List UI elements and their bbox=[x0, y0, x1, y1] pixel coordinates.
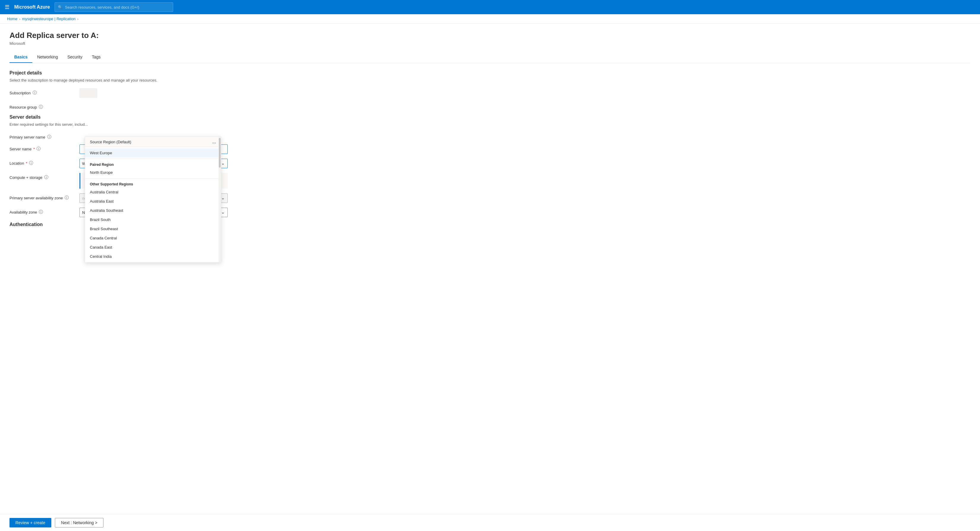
dropdown-item-canada-east[interactable]: Canada East bbox=[85, 242, 221, 252]
dropdown-header: Source Region (Default) ... bbox=[85, 137, 221, 147]
dropdown-item-brazil-south[interactable]: Brazil South bbox=[85, 215, 221, 224]
primary-zone-info-icon[interactable]: ⓘ bbox=[65, 195, 69, 201]
server-details-desc: Enter required settings for this server,… bbox=[10, 122, 970, 127]
dropdown-item-north-europe[interactable]: North Europe bbox=[85, 168, 221, 177]
breadcrumb-sep-2: › bbox=[77, 17, 79, 21]
resource-group-row: Resource group ⓘ bbox=[10, 103, 970, 110]
tab-networking[interactable]: Networking bbox=[32, 52, 62, 63]
scroll-track bbox=[218, 137, 221, 262]
dropdown-divider-1 bbox=[85, 159, 221, 159]
server-details-title: Server details bbox=[10, 115, 970, 120]
page-title: Add Replica server to A: bbox=[10, 31, 970, 40]
scroll-thumb[interactable] bbox=[219, 138, 221, 167]
subscription-label: Subscription ⓘ bbox=[10, 88, 75, 96]
dropdown-item-australia-east[interactable]: Australia East bbox=[85, 197, 221, 206]
resource-group-info-icon[interactable]: ⓘ bbox=[39, 104, 43, 110]
subscription-info-icon[interactable]: ⓘ bbox=[33, 90, 37, 96]
page-container: Add Replica server to A: Microsoft Basic… bbox=[0, 24, 980, 530]
search-box: 🔍 bbox=[54, 2, 173, 12]
subscription-row: Subscription ⓘ bbox=[10, 88, 970, 98]
tab-security[interactable]: Security bbox=[62, 52, 87, 63]
next-networking-button[interactable]: Next : Networking > bbox=[55, 518, 104, 528]
dropdown-item-australia-central[interactable]: Australia Central bbox=[85, 188, 221, 197]
primary-zone-label: Primary server availability zone ⓘ bbox=[10, 193, 75, 201]
subscription-placeholder bbox=[80, 88, 97, 98]
project-details-title: Project details bbox=[10, 70, 970, 76]
dropdown-item-australia-southeast[interactable]: Australia Southeast bbox=[85, 206, 221, 215]
dropdown-item-canada-central[interactable]: Canada Central bbox=[85, 233, 221, 242]
primary-server-name-info-icon[interactable]: ⓘ bbox=[47, 134, 51, 140]
breadcrumb-home[interactable]: Home bbox=[7, 17, 18, 21]
dropdown-item-west-europe[interactable]: West Europe bbox=[85, 148, 221, 158]
search-icon: 🔍 bbox=[58, 5, 62, 10]
dropdown-group-paired: Paired Region bbox=[85, 160, 221, 168]
top-nav: ☰ Microsoft Azure 🔍 bbox=[0, 0, 980, 14]
location-dropdown-overlay: Source Region (Default) ... West Europe … bbox=[85, 136, 221, 263]
resource-group-label: Resource group ⓘ bbox=[10, 103, 75, 110]
project-details-desc: Select the subscription to manage deploy… bbox=[10, 78, 970, 83]
primary-server-name-label: Primary server name ⓘ bbox=[10, 132, 75, 140]
subscription-control bbox=[80, 88, 228, 98]
availability-zone-label: Availability zone ⓘ bbox=[10, 208, 75, 215]
dropdown-list: West Europe Paired Region North Europe O… bbox=[85, 147, 221, 262]
tab-tags[interactable]: Tags bbox=[87, 52, 105, 63]
location-info-icon[interactable]: ⓘ bbox=[29, 161, 33, 166]
dropdown-more-icon[interactable]: ... bbox=[212, 139, 216, 145]
server-name-label: Server name * ⓘ bbox=[10, 145, 75, 151]
dropdown-item-brazil-southeast[interactable]: Brazil Southeast bbox=[85, 224, 221, 233]
server-name-info-icon[interactable]: ⓘ bbox=[37, 146, 41, 151]
breadcrumb-parent[interactable]: mysqlrwesteurope | Replication bbox=[22, 17, 75, 21]
dropdown-header-title: Source Region (Default) bbox=[90, 140, 131, 144]
availability-zone-info-icon[interactable]: ⓘ bbox=[39, 209, 43, 215]
tabs: Basics Networking Security Tags bbox=[10, 52, 970, 63]
nav-brand: Microsoft Azure bbox=[14, 5, 50, 10]
hamburger-icon[interactable]: ☰ bbox=[5, 4, 10, 10]
tab-basics[interactable]: Basics bbox=[10, 52, 32, 63]
dropdown-group-other: Other Supported Regions bbox=[85, 180, 221, 188]
breadcrumb: Home › mysqlrwesteurope | Replication › bbox=[0, 14, 980, 24]
search-input[interactable] bbox=[65, 5, 170, 10]
dropdown-item-central-india[interactable]: Central India bbox=[85, 252, 221, 261]
compute-storage-info-icon[interactable]: ⓘ bbox=[44, 175, 48, 180]
review-create-button[interactable]: Review + create bbox=[10, 518, 51, 528]
server-name-required: * bbox=[33, 147, 35, 151]
breadcrumb-sep-1: › bbox=[19, 17, 21, 21]
location-required: * bbox=[26, 161, 27, 166]
page-footer: Review + create Next : Networking > bbox=[0, 514, 980, 531]
dropdown-divider-2 bbox=[85, 178, 221, 179]
location-label: Location * ⓘ bbox=[10, 159, 75, 166]
page-subtitle: Microsoft bbox=[10, 41, 970, 46]
compute-storage-label: Compute + storage ⓘ bbox=[10, 173, 75, 180]
